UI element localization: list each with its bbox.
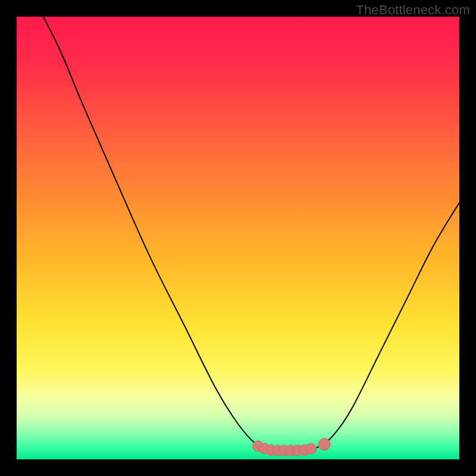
chart-svg xyxy=(17,17,459,459)
optimum-marker xyxy=(306,443,317,454)
watermark-text: TheBottleneck.com xyxy=(356,2,470,18)
optimum-marker xyxy=(318,439,330,450)
gradient-background xyxy=(17,17,459,459)
chart-frame: TheBottleneck.com xyxy=(0,0,476,476)
plot-area xyxy=(17,17,459,459)
